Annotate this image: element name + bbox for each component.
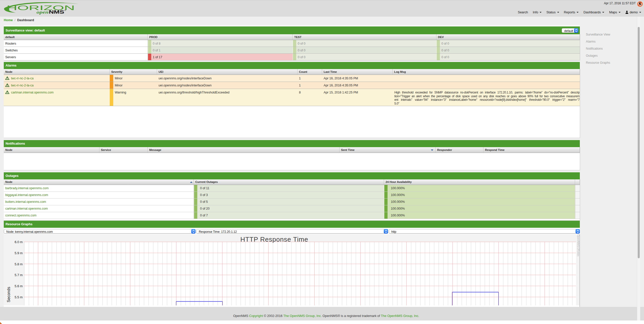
svg-text:NMS: NMS: [49, 10, 64, 15]
svg-text:open: open: [36, 10, 49, 15]
svg-text:®: ®: [64, 10, 66, 11]
